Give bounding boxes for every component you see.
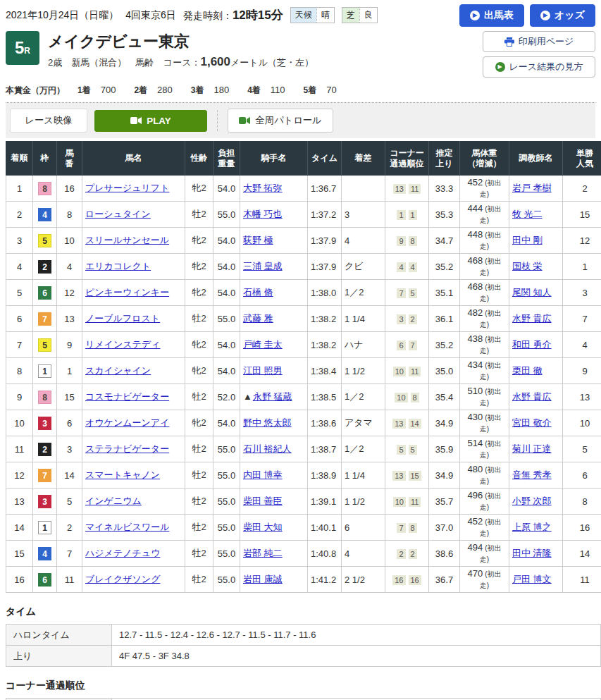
jockey-link[interactable]: 柴田 大知: [243, 522, 283, 532]
prize-item: 4着110: [247, 85, 285, 97]
jockey-link[interactable]: 岩部 純二: [243, 548, 283, 558]
jockey-cell: 野中 悠太郎: [240, 410, 308, 436]
sex-age: 牡2: [185, 541, 213, 567]
corner-position-tag: 16: [392, 575, 405, 585]
horse-name-link[interactable]: ピンキーウィンキー: [85, 287, 169, 297]
corner-positions: 1011: [385, 489, 429, 515]
table-row: 9815コスモナビゲーター牡252.0▲永野 猛蔵1:38.51／210835.…: [6, 384, 601, 410]
horse-name-link[interactable]: プレサージュリフト: [85, 183, 169, 193]
race-video-button[interactable]: レース映像: [10, 109, 87, 133]
jockey-link[interactable]: 荻野 極: [243, 235, 273, 245]
entries-button[interactable]: ▶ 出馬表: [459, 4, 524, 27]
jockey-link[interactable]: 大野 拓弥: [243, 183, 283, 193]
horse-name-link[interactable]: スカイシャイン: [85, 365, 151, 376]
finish-time: 1:38.2: [308, 306, 342, 332]
apprentice-mark: ▲: [243, 391, 252, 402]
horse-name-cell: ローシュタイン: [82, 202, 185, 228]
furlong-time-value: 12.7 - 11.5 - 12.4 - 12.6 - 12.7 - 11.5 …: [112, 625, 601, 646]
horse-name-link[interactable]: マイネルビスワール: [85, 522, 169, 532]
trainer-link[interactable]: 田中 清隆: [512, 548, 552, 558]
trainer-link[interactable]: 水野 貴広: [512, 391, 552, 402]
time-info-table: ハロンタイム 12.7 - 11.5 - 12.4 - 12.6 - 12.7 …: [6, 624, 601, 667]
trainer-link[interactable]: 岩戸 孝樹: [512, 183, 552, 193]
top-buttons: ▶ 出馬表 ▶ オッズ: [459, 4, 595, 27]
body-weight: 452(初出走): [460, 515, 509, 541]
jockey-link[interactable]: 三浦 皇成: [243, 261, 283, 271]
corner-positions: 1616: [385, 567, 429, 593]
waku-cell: 8: [33, 176, 57, 202]
horse-name-link[interactable]: インゲニウム: [85, 496, 142, 506]
finish-position: 9: [6, 384, 33, 410]
race-conditions: 2歳 新馬（混合） 馬齢: [48, 57, 154, 68]
trainer-link[interactable]: 和田 勇介: [512, 339, 552, 350]
result-guide-button[interactable]: ▶ レース結果の見方: [483, 56, 595, 78]
trainer-link[interactable]: 上原 博之: [512, 522, 552, 532]
corner-position-tag: 2: [397, 549, 405, 559]
turf-condition-badge: 芝 良: [342, 7, 378, 23]
jockey-cell: 三浦 皇成: [240, 254, 308, 280]
trainer-link[interactable]: 栗田 徹: [512, 365, 543, 376]
trainer-link[interactable]: 牧 光二: [512, 209, 543, 219]
jockey-link[interactable]: 戸崎 圭太: [243, 339, 283, 350]
jockey-link[interactable]: 柴田 善臣: [243, 496, 283, 506]
horse-number: 14: [57, 462, 82, 489]
horse-name-cell: プレサージュリフト: [82, 176, 185, 202]
horse-name-link[interactable]: スリールサンセール: [85, 235, 169, 245]
trainer-cell: 菊川 正達: [509, 436, 563, 462]
play-button[interactable]: PLAY: [94, 110, 207, 132]
horse-name-link[interactable]: ハジメテノチュウ: [85, 548, 160, 558]
jockey-link[interactable]: 石川 裕紀人: [243, 443, 292, 454]
jockey-link[interactable]: 野中 悠太郎: [243, 417, 292, 428]
horse-name-link[interactable]: コスモナビゲーター: [85, 391, 169, 402]
horse-name-link[interactable]: ローシュタイン: [85, 209, 151, 219]
trainer-link[interactable]: 小野 次郎: [512, 496, 552, 506]
trainer-link[interactable]: 水野 貴広: [512, 313, 552, 324]
patrol-video-button[interactable]: 全周パトロール: [228, 109, 333, 133]
trainer-link[interactable]: 田中 剛: [512, 235, 543, 245]
jockey-link[interactable]: 武藤 雅: [243, 313, 273, 324]
jockey-link[interactable]: 江田 照男: [243, 365, 283, 376]
carried-weight: 55.0: [213, 306, 240, 332]
jockey-link[interactable]: 永野 猛蔵: [253, 391, 292, 402]
jockey-link[interactable]: 石橋 脩: [243, 287, 273, 297]
race-date-line: 2021年10月24日（日曜） 4回東京6日 発走時刻：12時15分 天候 晴 …: [6, 4, 378, 23]
corner-position-tag: 4: [409, 262, 417, 272]
horse-name-link[interactable]: スマートキャノン: [85, 469, 160, 480]
horse-name-link[interactable]: オウケンムーンアイ: [85, 417, 169, 428]
trainer-link[interactable]: 尾関 知人: [512, 287, 552, 297]
body-weight-value: 468: [467, 281, 483, 292]
jockey-link[interactable]: 木幡 巧也: [243, 209, 283, 219]
trainer-link[interactable]: 宮田 敬介: [512, 417, 552, 428]
jockey-link[interactable]: 内田 博幸: [243, 469, 283, 480]
table-row: 424エリカコレクト牝254.0三浦 皇成1:37.9クビ4435.2468(初…: [6, 254, 601, 280]
waku-cell: 1: [33, 515, 57, 541]
corner-positions: 1311: [385, 176, 429, 202]
horse-name-link[interactable]: ノーブルフロスト: [85, 313, 160, 324]
print-page-button[interactable]: 印刷用ページ: [483, 31, 595, 52]
trainer-link[interactable]: 戸田 博文: [512, 574, 552, 584]
horse-name-link[interactable]: リメインステディ: [85, 339, 160, 350]
trainer-link[interactable]: 菊川 正達: [512, 443, 552, 454]
horse-name-link[interactable]: ブレイクザソング: [85, 574, 160, 584]
corner-position-tag: 8: [411, 393, 419, 403]
horse-number: 1: [57, 358, 82, 384]
jockey-link[interactable]: 岩田 康誠: [243, 574, 283, 584]
waku-cell: 3: [33, 410, 57, 436]
last-3f-time: 35.9: [429, 436, 460, 462]
finish-position: 1: [6, 176, 33, 202]
horse-name-link[interactable]: ステラナビゲーター: [85, 443, 169, 454]
horse-name-link[interactable]: エリカコレクト: [85, 261, 151, 271]
column-header-line: 着順: [6, 153, 32, 164]
margin: クビ: [342, 254, 385, 280]
trainer-link[interactable]: 国枝 栄: [512, 261, 543, 271]
corner-position-tag: 2: [409, 314, 417, 324]
corner-position-tag: 7: [397, 523, 405, 533]
body-weight: 468(初出走): [460, 280, 509, 306]
margin: 4: [342, 228, 385, 254]
jockey-cell: 木幡 巧也: [240, 202, 308, 228]
corner-position-tag: 4: [397, 262, 405, 272]
trainer-link[interactable]: 音無 秀孝: [512, 469, 552, 480]
odds-button[interactable]: ▶ オッズ: [530, 4, 595, 27]
body-weight: 494(初出走): [460, 541, 509, 567]
table-row: 5612ピンキーウィンキー牝254.0石橋 脩1:38.01／27535.146…: [6, 280, 601, 306]
